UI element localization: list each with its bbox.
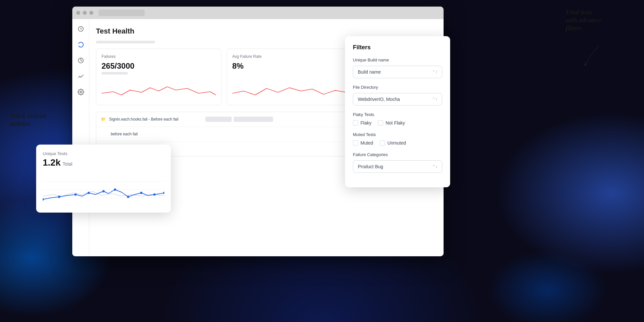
annotation-bottom-left: Track crucial metrics xyxy=(10,112,46,127)
sidebar-icon-trend[interactable] xyxy=(76,72,85,81)
svg-point-28 xyxy=(103,190,105,193)
svg-point-25 xyxy=(58,196,60,198)
file-directory-value: WebdriverIO, Mocha xyxy=(358,97,400,102)
muted-checkbox[interactable] xyxy=(353,140,358,146)
svg-point-26 xyxy=(75,194,77,196)
not-flaky-label: Not Flaky xyxy=(385,120,405,126)
build-name-select[interactable]: Build name ⌃↕ xyxy=(353,66,442,78)
filter-group-flaky: Flaky Tests Flaky Not Flaky xyxy=(353,112,442,126)
unique-tests-chart xyxy=(43,173,164,206)
browser-dot-green xyxy=(89,11,93,15)
flaky-checkbox-row: Flaky Not Flaky xyxy=(353,120,442,126)
avg-failure-chart xyxy=(232,79,347,98)
browser-addressbar xyxy=(99,10,145,16)
build-name-value: Build name xyxy=(358,69,381,75)
muted-label: Muted xyxy=(360,140,373,146)
svg-point-32 xyxy=(153,194,156,196)
page-title: Test Health xyxy=(96,27,437,35)
flaky-checkbox[interactable] xyxy=(353,120,358,126)
annotation-top-right: Find tests with advance filters xyxy=(566,8,601,32)
sidebar-icon-clock[interactable] xyxy=(76,24,85,34)
stat-value-avg-failure: 8% xyxy=(232,61,347,71)
svg-point-33 xyxy=(163,192,165,194)
sidebar-icon-settings[interactable] xyxy=(76,87,85,97)
browser-titlebar xyxy=(72,7,444,19)
unique-tests-chart-container xyxy=(43,173,164,206)
failures-chart xyxy=(102,79,216,98)
chevron-down-icon: ⌃↕ xyxy=(432,70,437,74)
failure-categories-select[interactable]: Product Bug ⌃↕ xyxy=(353,160,442,173)
test-tag xyxy=(205,117,232,122)
stat-bar-failures xyxy=(102,72,128,75)
unmuted-checkbox[interactable] xyxy=(380,140,385,146)
not-flaky-checkbox-item[interactable]: Not Flaky xyxy=(378,120,405,126)
svg-point-29 xyxy=(114,189,116,191)
sidebar xyxy=(72,19,89,256)
unique-tests-value: 1.2k Total xyxy=(43,157,164,168)
svg-point-1 xyxy=(78,42,83,47)
sidebar-icon-analytics[interactable] xyxy=(76,40,85,49)
filters-panel: Filters Unique Build name Build name ⌃↕ … xyxy=(345,36,450,187)
filter-group-build-name: Unique Build name Build name ⌃↕ xyxy=(353,58,442,78)
filter-group-file-directory: File Directory WebdriverIO, Mocha ⌃↕ xyxy=(353,85,442,105)
flaky-checkbox-item[interactable]: Flaky xyxy=(353,120,371,126)
stat-card-avg-failure: Avg Failure Rate 8% xyxy=(227,49,352,105)
unique-tests-card: Unique Tests 1.2k Total xyxy=(36,145,171,213)
sidebar-icon-chart[interactable] xyxy=(76,56,85,65)
browser-dot-yellow xyxy=(83,11,87,15)
unmuted-label: Unmuted xyxy=(387,140,406,146)
filter-label-flaky: Flaky Tests xyxy=(353,112,442,117)
filter-label-build-name: Unique Build name xyxy=(353,58,442,62)
unique-tests-label: Unique Tests xyxy=(43,151,164,156)
stat-label-avg-failure: Avg Failure Rate xyxy=(232,54,347,59)
muted-checkbox-item[interactable]: Muted xyxy=(353,140,373,146)
muted-checkbox-row: Muted Unmuted xyxy=(353,140,442,146)
not-flaky-checkbox[interactable] xyxy=(378,120,383,126)
unique-tests-number: 1.2k xyxy=(43,157,61,168)
stat-value-failures: 265/3000 xyxy=(102,61,216,71)
browser-dot-red xyxy=(76,11,80,15)
filter-group-failure-categories: Failure Categories Product Bug ⌃↕ xyxy=(353,152,442,173)
file-directory-select[interactable]: WebdriverIO, Mocha ⌃↕ xyxy=(353,93,442,105)
filter-group-muted: Muted Tests Muted Unmuted xyxy=(353,132,442,146)
filter-label-muted: Muted Tests xyxy=(353,132,442,137)
chevron-down-icon: ⌃↕ xyxy=(432,164,437,169)
svg-point-27 xyxy=(88,192,90,194)
svg-point-24 xyxy=(43,198,44,201)
filter-bar xyxy=(96,41,155,43)
failure-categories-value: Product Bug xyxy=(358,164,383,169)
unique-tests-total: Total xyxy=(63,161,73,167)
unmuted-checkbox-item[interactable]: Unmuted xyxy=(380,140,406,146)
test-tag xyxy=(234,117,273,122)
flaky-label: Flaky xyxy=(360,120,371,126)
svg-point-30 xyxy=(127,196,129,198)
svg-point-3 xyxy=(80,91,81,93)
svg-point-31 xyxy=(140,192,143,194)
stat-label-failures: Failures xyxy=(102,54,216,59)
stat-card-failures: Failures 265/3000 xyxy=(96,49,221,105)
test-name-2: before each fail xyxy=(111,132,203,136)
folder-icon: 📁 xyxy=(101,117,106,122)
chevron-down-icon: ⌃↕ xyxy=(432,97,437,102)
filters-title: Filters xyxy=(353,44,442,51)
test-name-1: Signin.each.hooks.fail - Before each fai… xyxy=(109,117,202,122)
filter-label-failure-categories: Failure Categories xyxy=(353,152,442,157)
filter-label-file-directory: File Directory xyxy=(353,85,442,90)
